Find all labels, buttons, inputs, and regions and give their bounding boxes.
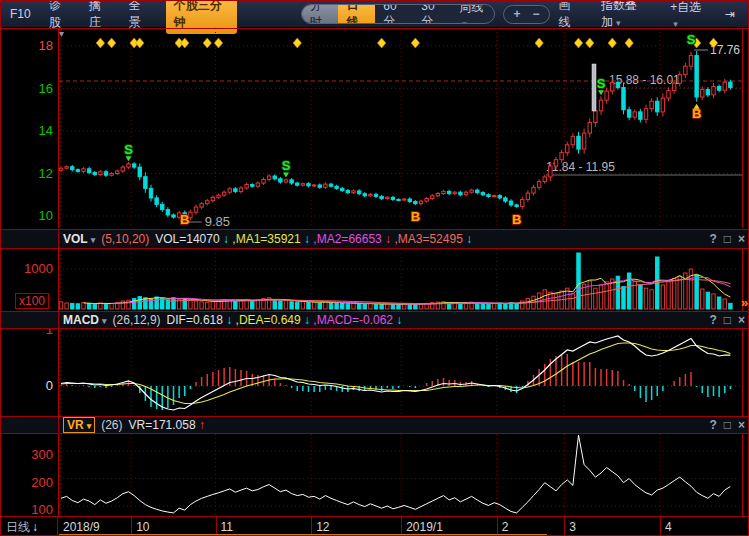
help-icon[interactable]: ?	[709, 232, 716, 246]
period-30min[interactable]: 30分	[413, 4, 451, 24]
period-mode-label[interactable]: 日线 ↓	[1, 517, 58, 536]
period-switcher: 分时 日线 60分 30分 周线▾	[301, 4, 496, 24]
svg-text:S: S	[597, 76, 606, 91]
chevron-down-icon: ▾	[91, 235, 96, 245]
vol-values: VOL=14070 ↓ ,MA1=35921 ↓ ,MA2=66653 ↓ ,M…	[155, 232, 472, 246]
expand-panel-icon[interactable]: »	[741, 295, 748, 310]
selection-bar	[592, 64, 596, 111]
zoom-out-button[interactable]: −	[532, 7, 539, 21]
vol-pane-header: VOL▾ (5,10,20) VOL=14070 ↓ ,MA1=35921 ↓ …	[1, 229, 749, 249]
period-mode-text: 日线	[6, 519, 30, 536]
gutter-divider	[58, 312, 59, 328]
app-window: F10 诊股 擒庄 全景 个股三分钟 分时 日线 60分 30分 周线▾ + −…	[0, 0, 749, 536]
vr-indicator-name: VR	[67, 418, 84, 432]
vr-pane-header: VR▾ (26) VR=171.058 ↑ ? □ ×	[1, 416, 749, 434]
macd-histogram	[61, 354, 730, 410]
zoom-in-button[interactable]: +	[513, 7, 520, 21]
month-separator	[660, 517, 661, 536]
vr-line	[61, 435, 730, 513]
axis-tick-label: 0	[7, 379, 53, 392]
toolbar-item-f10[interactable]: F10	[1, 4, 40, 24]
macd-indicator-name: MACD	[63, 313, 99, 327]
period-zhouxian[interactable]: 周线▾	[451, 4, 494, 24]
vr-field: VR=171.058	[129, 418, 196, 432]
period-fenshi[interactable]: 分时	[302, 4, 339, 24]
date-tick-label: 2	[502, 520, 509, 534]
vol-field: VOL=14070	[155, 232, 219, 246]
vol-field: ,MA2=66653	[313, 232, 381, 246]
date-tick-label: 10	[136, 520, 149, 534]
chevron-down-icon: ▾	[102, 316, 107, 326]
svg-text:9.85: 9.85	[205, 214, 230, 228]
vol-field: ,MA3=52495	[394, 232, 462, 246]
vr-pane	[1, 434, 749, 516]
macd-field: DIF=0.618	[167, 313, 223, 327]
axis-tick-label: 200	[7, 476, 53, 489]
vr-indicator-selector[interactable]: VR▾	[63, 417, 95, 433]
gutter-divider	[58, 230, 59, 248]
vol-params: (5,10,20)	[101, 232, 149, 246]
close-icon[interactable]: ×	[738, 232, 745, 246]
trend-arrow-icon: ↓	[220, 232, 233, 246]
vol-field: ,MA1=35921	[232, 232, 300, 246]
maximize-icon[interactable]: □	[724, 232, 731, 246]
svg-text:B: B	[512, 212, 521, 227]
axis-tick-label: 12	[7, 167, 53, 180]
main-indicator-dropdown-icon[interactable]: ▾	[59, 28, 64, 39]
vr-values: VR=171.058 ↑	[129, 418, 205, 432]
maximize-icon[interactable]: □	[724, 418, 731, 432]
add-watchlist-label: +自选	[670, 0, 701, 14]
trend-arrow-icon: ↓	[393, 313, 402, 327]
date-tick-label: 2018/9	[63, 520, 100, 534]
close-icon[interactable]: ×	[738, 418, 745, 432]
x-axis-bar: 日线 ↓ 2018/91011122019/1234	[1, 516, 749, 536]
trend-arrow-icon: ↓	[382, 232, 395, 246]
axis-tick-label: 10	[7, 209, 53, 222]
month-separator	[564, 517, 565, 536]
macd-params: (26,12,9)	[113, 313, 161, 327]
macd-pane	[1, 329, 749, 416]
trend-arrow-icon: ↓	[301, 313, 314, 327]
vol-window-buttons: ? □ ×	[709, 230, 745, 248]
svg-text:S: S	[124, 142, 133, 157]
period-60min[interactable]: 60分	[375, 4, 413, 24]
macd-field: ,MACD=-0.062	[313, 313, 393, 327]
axis-tick-label: 16	[7, 82, 53, 95]
maximize-icon[interactable]: □	[724, 313, 731, 327]
volume-pane	[1, 249, 749, 311]
help-icon[interactable]: ?	[709, 313, 716, 327]
axis-tick-label: 18	[7, 39, 53, 52]
date-tick-label: 11	[221, 520, 233, 534]
macd-pane-header: MACD▾ (26,12,9) DIF=0.618 ↓ ,DEA=0.649 ↓…	[1, 311, 749, 329]
chevron-down-icon: ▾	[616, 18, 621, 28]
collapse-panel-icon[interactable]: ⇥	[716, 4, 744, 24]
period-rixian-active[interactable]: 日线	[338, 4, 375, 24]
arrow-down-icon: ↓	[32, 520, 38, 534]
axis-tick-label: 100	[7, 503, 53, 516]
help-icon[interactable]: ?	[709, 418, 716, 432]
macd-values: DIF=0.618 ↓ ,DEA=0.649 ↓ ,MACD=-0.062 ↓	[167, 313, 403, 327]
macd-window-buttons: ? □ ×	[709, 312, 745, 328]
volume-unit-label: x100	[15, 293, 49, 309]
macd-indicator-selector[interactable]: MACD▾	[63, 313, 107, 327]
top-toolbar: F10 诊股 擒庄 全景 个股三分钟 分时 日线 60分 30分 周线▾ + −…	[1, 1, 748, 27]
close-icon[interactable]: ×	[738, 313, 745, 327]
dea-line	[61, 343, 730, 404]
vol-indicator-selector[interactable]: VOL▾	[63, 232, 95, 246]
volume-bars	[59, 253, 732, 309]
gutter-divider	[58, 417, 59, 433]
zoom-controls: + −	[503, 5, 549, 24]
trend-arrow-icon: ↑	[196, 418, 205, 432]
chevron-down-icon: ▾	[87, 421, 92, 431]
macd-field: ,DEA=0.649	[236, 313, 301, 327]
vr-window-buttons: ? □ ×	[709, 417, 745, 433]
svg-text:B: B	[411, 209, 420, 224]
trend-arrow-icon: ↓	[301, 232, 314, 246]
svg-text:B: B	[180, 212, 189, 227]
svg-text:S: S	[687, 32, 696, 47]
period-zhouxian-label: 周线	[459, 4, 483, 14]
main-candlestick-pane: 15.88 - 16.0111.84 - 11.9517.76SB9.85SBB…	[1, 28, 749, 228]
chevron-down-icon: ▾	[462, 19, 467, 25]
axis-tick-label: 14	[7, 124, 53, 137]
vr-params: (26)	[101, 418, 122, 432]
